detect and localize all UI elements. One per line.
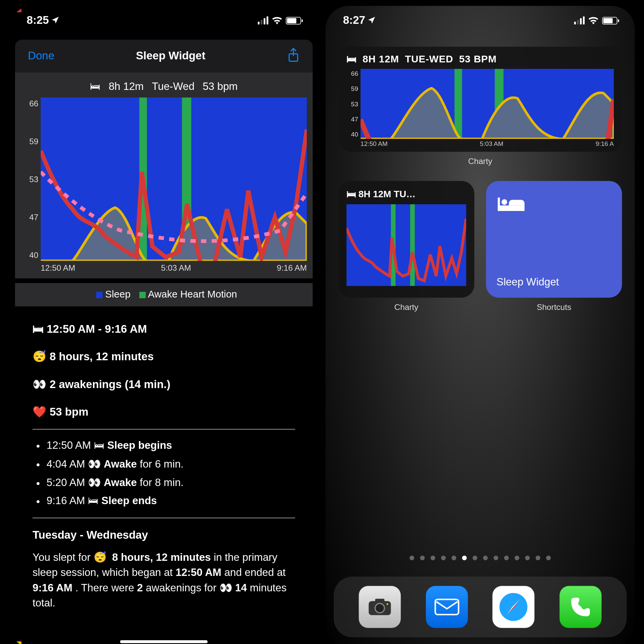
sleep-chart-card: 🛏 8h 12m Tue-Wed 53 bpm 66 59 53 47 40 bbox=[15, 72, 313, 278]
divider bbox=[33, 429, 295, 429]
legend-swatch-motion bbox=[15, 641, 21, 644]
event-item: 12:50 AM 🛏 Sleep begins bbox=[47, 438, 295, 454]
battery-icon bbox=[602, 17, 617, 24]
bed-icon: 🛏 bbox=[346, 54, 357, 65]
phone-right-home-screen: 8:27 🛏 8H 12M TUE-WED 53 BPM bbox=[325, 6, 635, 644]
svg-rect-2 bbox=[498, 198, 500, 211]
shortcut-title: Sleep Widget bbox=[496, 276, 559, 288]
chart-header: 🛏 8h 12m Tue-Wed 53 bpm bbox=[21, 80, 307, 93]
chart-bpm: 53 bpm bbox=[203, 80, 237, 93]
bed-icon: 🛏 bbox=[90, 80, 100, 93]
event-item: 9:16 AM 🛏 Sleep ends bbox=[47, 493, 295, 510]
charty-widget-wide[interactable]: 🛏 8H 12M TUE-WED 53 BPM 66 59 53 47 40 bbox=[338, 47, 622, 152]
chart-legend: Sleep Awake Heart Motion bbox=[15, 283, 313, 307]
summary-range: 🛏 12:50 AM - 9:16 AM bbox=[33, 320, 295, 337]
page-title: Sleep Widget bbox=[136, 50, 205, 62]
divider bbox=[33, 518, 295, 519]
heart-series bbox=[41, 98, 307, 261]
summary-bpm: ❤️ 53 bpm bbox=[33, 404, 295, 421]
summary-duration: 😴 8 hours, 12 minutes bbox=[33, 348, 295, 365]
page-dot[interactable] bbox=[494, 555, 498, 560]
widget-header: 🛏 8H 12M TUE-WED 53 BPM bbox=[346, 54, 614, 65]
legend-swatch-heart bbox=[15, 6, 21, 12]
page-dot[interactable] bbox=[525, 555, 530, 560]
mail-icon bbox=[434, 598, 460, 616]
page-dot[interactable] bbox=[441, 555, 446, 560]
done-button[interactable]: Done bbox=[28, 50, 54, 62]
page-dot[interactable] bbox=[483, 555, 488, 560]
share-icon bbox=[287, 47, 300, 62]
charty-widget-small[interactable]: 🛏 8H 12M TU… bbox=[338, 181, 474, 298]
cell-signal-icon bbox=[258, 16, 268, 24]
widget-app-label: Shortcuts bbox=[486, 302, 622, 312]
navbar: Done Sleep Widget bbox=[15, 40, 313, 72]
svg-rect-7 bbox=[375, 599, 384, 602]
page-dot[interactable] bbox=[515, 555, 519, 560]
phone-icon bbox=[569, 595, 592, 619]
summary-awakenings: 👀 2 awakenings (14 min.) bbox=[33, 376, 295, 393]
wifi-icon bbox=[272, 16, 282, 24]
status-bar: 8:25 bbox=[9, 6, 318, 35]
dock bbox=[334, 577, 627, 637]
safari-app[interactable] bbox=[493, 586, 535, 628]
page-dot[interactable] bbox=[536, 555, 540, 560]
location-icon bbox=[368, 14, 376, 27]
chart-plot bbox=[41, 98, 307, 261]
camera-app[interactable] bbox=[359, 586, 400, 628]
svg-rect-9 bbox=[435, 599, 459, 614]
safari-icon bbox=[497, 590, 531, 624]
page-dot[interactable] bbox=[410, 555, 414, 560]
page-dot[interactable] bbox=[473, 555, 477, 560]
bed-icon bbox=[498, 195, 525, 215]
page-dot[interactable] bbox=[451, 555, 456, 560]
page-dot[interactable] bbox=[462, 555, 467, 560]
summary-paragraph: You slept for 😴 8 hours, 12 minutes in t… bbox=[33, 550, 295, 611]
svg-rect-1 bbox=[498, 205, 525, 211]
status-time: 8:25 bbox=[27, 14, 49, 27]
mail-app[interactable] bbox=[426, 586, 468, 628]
cell-signal-icon bbox=[574, 16, 585, 24]
page-dot[interactable] bbox=[504, 555, 509, 560]
battery-icon bbox=[286, 17, 301, 24]
event-item: 5:20 AM 👀 Awake for 8 min. bbox=[47, 475, 295, 491]
home-indicator[interactable] bbox=[120, 640, 208, 643]
page-dot[interactable] bbox=[431, 555, 435, 560]
day-range-title: Tuesday - Wednesday bbox=[33, 527, 295, 544]
location-icon bbox=[51, 14, 59, 27]
chart-x-axis: 12:50 AM 5:03 AM 9:16 AM bbox=[21, 261, 307, 273]
phone-left-app-view: 8:25 Done Sleep Widget 🛏 8h 12m Tu bbox=[9, 6, 318, 644]
camera-icon bbox=[367, 598, 392, 616]
chart-plot-area: 66 59 53 47 40 bbox=[21, 98, 307, 261]
svg-point-4 bbox=[501, 199, 507, 205]
summary-section: 🛏 12:50 AM - 9:16 AM 😴 8 hours, 12 minut… bbox=[9, 307, 318, 611]
event-list: 12:50 AM 🛏 Sleep begins4:04 AM 👀 Awake f… bbox=[33, 438, 295, 510]
wifi-icon bbox=[588, 16, 598, 24]
svg-point-6 bbox=[375, 603, 384, 613]
chart-days: Tue-Wed bbox=[152, 80, 195, 93]
event-item: 4:04 AM 👀 Awake for 6 min. bbox=[47, 456, 295, 473]
phone-app[interactable] bbox=[560, 586, 602, 628]
widget-header: 🛏 8H 12M TU… bbox=[346, 189, 466, 200]
chart-duration: 8h 12m bbox=[109, 80, 144, 93]
page-dots[interactable] bbox=[325, 555, 635, 560]
svg-point-8 bbox=[386, 603, 388, 605]
shortcut-widget-sleep[interactable]: Sleep Widget bbox=[486, 181, 622, 298]
status-time: 8:27 bbox=[343, 14, 365, 27]
legend-swatch-awake bbox=[139, 292, 146, 298]
widget-app-label: Charty bbox=[338, 302, 474, 312]
legend-swatch-sleep bbox=[96, 292, 103, 298]
widget-chart: 66 59 53 47 40 bbox=[346, 69, 614, 139]
share-button[interactable] bbox=[287, 47, 300, 65]
chart-y-axis: 66 59 53 47 40 bbox=[21, 98, 41, 261]
widget-chart bbox=[346, 204, 466, 286]
status-bar: 8:27 bbox=[325, 6, 635, 35]
page-dot[interactable] bbox=[546, 555, 551, 560]
widget-app-label: Charty bbox=[338, 156, 622, 166]
page-dot[interactable] bbox=[420, 555, 425, 560]
